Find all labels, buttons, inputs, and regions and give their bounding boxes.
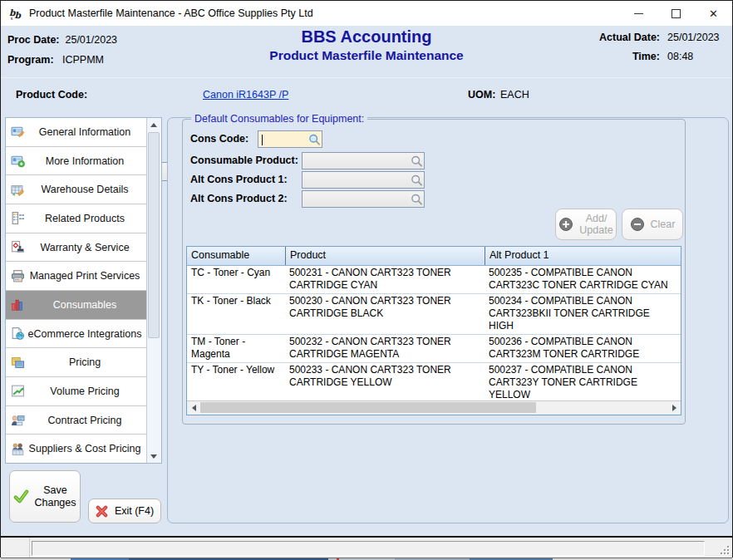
- alt-cons-product1-input[interactable]: [303, 172, 424, 188]
- product-description-link[interactable]: Canon iR1643P /P: [203, 89, 288, 101]
- table-header: Consumable Product Alt Product 1: [187, 247, 681, 266]
- search-icon[interactable]: [411, 193, 423, 205]
- sidebar-item-managed-print-services[interactable]: Managed Print Services: [6, 262, 146, 291]
- default-consumables-groupbox: Default Consumables for Equipment: Cons …: [182, 119, 686, 425]
- program-row: Program: ICPPMM: [7, 52, 104, 66]
- sidebar-item-related-products[interactable]: Related Products: [6, 204, 146, 233]
- table-row[interactable]: TK - Toner - Black 500230 - CANON CART32…: [187, 294, 681, 335]
- sidebar-item-pricing[interactable]: Pricing: [6, 348, 146, 377]
- sidebar-item-label: Contract Pricing: [25, 415, 145, 426]
- sidebar-items: General Information More Information War…: [6, 118, 146, 463]
- actual-date-value: 25/01/2023: [667, 32, 726, 43]
- uom-value: EACH: [500, 89, 529, 101]
- cell-alt-product-1: 500235 - COMPATIBLE CANON CART323C TONER…: [485, 266, 681, 293]
- sidebar-item-volume-pricing[interactable]: Volume Pricing: [6, 377, 146, 406]
- bbs-app-icon: bbs: [8, 7, 22, 21]
- window-controls: ✕: [620, 1, 732, 26]
- scrollbar-thumb[interactable]: [200, 402, 536, 413]
- sidebar-item-contract-pricing[interactable]: Contract Pricing: [6, 406, 146, 435]
- proc-date-row: Proc Date: 25/01/2023: [7, 32, 117, 47]
- svg-text:s: s: [11, 15, 13, 20]
- product-bar: Product Code: Canon iR1643P /P UOM: EACH…: [1, 77, 732, 115]
- alt-cons-product2-input[interactable]: [303, 191, 424, 207]
- sidebar-item-label: Pricing: [25, 356, 145, 368]
- more-information-icon: [11, 154, 25, 168]
- sidebar-item-label: Volume Pricing: [25, 386, 145, 397]
- uom-label: UOM:: [468, 89, 495, 101]
- text-caret: [262, 135, 263, 145]
- sidebar-item-label: Warehouse Details: [25, 184, 145, 195]
- table-row[interactable]: TM - Toner - Magenta 500232 - CANON CART…: [187, 335, 681, 363]
- pricing-icon: [11, 356, 25, 370]
- sidebar-item-consumables[interactable]: Consumables: [6, 291, 146, 320]
- sidebar-scrollbar[interactable]: [146, 118, 161, 463]
- close-button[interactable]: ✕: [695, 1, 732, 26]
- add-update-button[interactable]: Add/Update: [555, 209, 617, 240]
- minimize-button[interactable]: [620, 1, 657, 26]
- sidebar-item-label: Related Products: [25, 213, 145, 224]
- add-icon: [558, 217, 573, 232]
- screen-title: Product Masterfile Maintenance: [269, 48, 463, 63]
- program-label: Program:: [7, 54, 54, 66]
- cell-consumable: TC - Toner - Cyan: [187, 266, 285, 293]
- sidebar-item-label: More Information: [25, 155, 145, 167]
- cell-alt-product-1: 500234 - COMPATIBLE CANON CART323BKII TO…: [485, 294, 681, 334]
- column-header-consumable[interactable]: Consumable: [187, 247, 285, 265]
- cell-alt-product-1: 500236 - COMPATIBLE CANON CART323M TONER…: [485, 335, 681, 362]
- ecommerce-integrations-icon: [11, 327, 25, 341]
- sidebar-item-label: Managed Print Services: [25, 270, 145, 282]
- column-header-alt-product-1[interactable]: Alt Product 1: [485, 247, 681, 265]
- search-icon[interactable]: [411, 174, 423, 186]
- cell-alt-product-1: 500237 - COMPATIBLE CANON CART323Y TONER…: [485, 363, 681, 400]
- table-row[interactable]: TY - Toner - Yellow 500233 - CANON CART3…: [187, 363, 681, 400]
- status-bar: [1, 538, 732, 558]
- scroll-right-button[interactable]: [667, 401, 681, 414]
- add-update-label: Add/Update: [579, 213, 612, 236]
- maximize-button[interactable]: [657, 1, 695, 26]
- clear-button[interactable]: Clear: [622, 209, 683, 240]
- minimize-icon: [634, 13, 643, 14]
- volume-pricing-icon: [11, 384, 25, 398]
- alt-cons-product2-label: Alt Cons Product 2:: [190, 193, 288, 204]
- scroll-down-button[interactable]: [147, 449, 160, 463]
- header: Proc Date: 25/01/2023 Program: ICPPMM BB…: [1, 26, 732, 77]
- proc-date-value: 25/01/2023: [65, 34, 117, 46]
- sidebar-item-label: Warranty & Service: [25, 242, 145, 253]
- table-body: TC - Toner - Cyan 500231 - CANON CART323…: [187, 266, 681, 400]
- cell-consumable: TM - Toner - Magenta: [187, 335, 285, 362]
- alt-cons-product1-field: [302, 171, 425, 189]
- sidebar-item-warranty-service[interactable]: Warranty & Service: [6, 233, 146, 263]
- sidebar-item-suppliers-cost-pricing[interactable]: Suppliers & Cost Pricing: [6, 435, 146, 463]
- consumable-product-input[interactable]: [303, 153, 424, 169]
- cons-code-field: [258, 130, 322, 148]
- clear-label: Clear: [651, 219, 676, 230]
- scrollbar-thumb[interactable]: [148, 132, 160, 338]
- product-code-label: Product Code:: [16, 89, 87, 101]
- resize-grip-icon[interactable]: [719, 544, 729, 554]
- title-bar: bbs Product Masterfile Maintenance - ABC…: [1, 1, 732, 26]
- table-row[interactable]: TC - Toner - Cyan 500231 - CANON CART323…: [187, 266, 681, 294]
- sidebar-item-more-information[interactable]: More Information: [6, 147, 146, 176]
- save-changes-button[interactable]: SaveChanges: [9, 470, 81, 523]
- search-icon[interactable]: [308, 133, 321, 145]
- sidebar-item-warehouse-details[interactable]: Warehouse Details: [6, 175, 146, 204]
- groupbox-title: Default Consumables for Equipment:: [191, 113, 367, 125]
- table-horizontal-scrollbar[interactable]: [187, 400, 681, 415]
- sidebar-item-general-information[interactable]: General Information: [6, 118, 146, 147]
- exit-button[interactable]: Exit (F4): [88, 499, 161, 523]
- cell-consumable: TY - Toner - Yellow: [187, 363, 285, 400]
- time-label: Time:: [575, 51, 660, 62]
- close-x-icon: [96, 505, 108, 518]
- search-icon[interactable]: [411, 155, 423, 167]
- close-icon: ✕: [709, 8, 718, 19]
- scroll-up-button[interactable]: [147, 118, 160, 131]
- scroll-left-button[interactable]: [187, 401, 200, 414]
- cell-product: 500232 - CANON CART323 TONER CARTRIDGE M…: [285, 335, 485, 362]
- chevron-down-icon: [150, 454, 157, 459]
- column-header-product[interactable]: Product: [285, 247, 485, 265]
- header-right: Actual Date:25/01/2023 Time:08:48: [575, 32, 726, 70]
- actual-date-label: Actual Date:: [575, 32, 660, 43]
- cell-consumable: TK - Toner - Black: [187, 294, 285, 334]
- proc-date-label: Proc Date:: [7, 34, 60, 46]
- sidebar-item-ecommerce-integrations[interactable]: eCommerce Integrations: [6, 320, 146, 349]
